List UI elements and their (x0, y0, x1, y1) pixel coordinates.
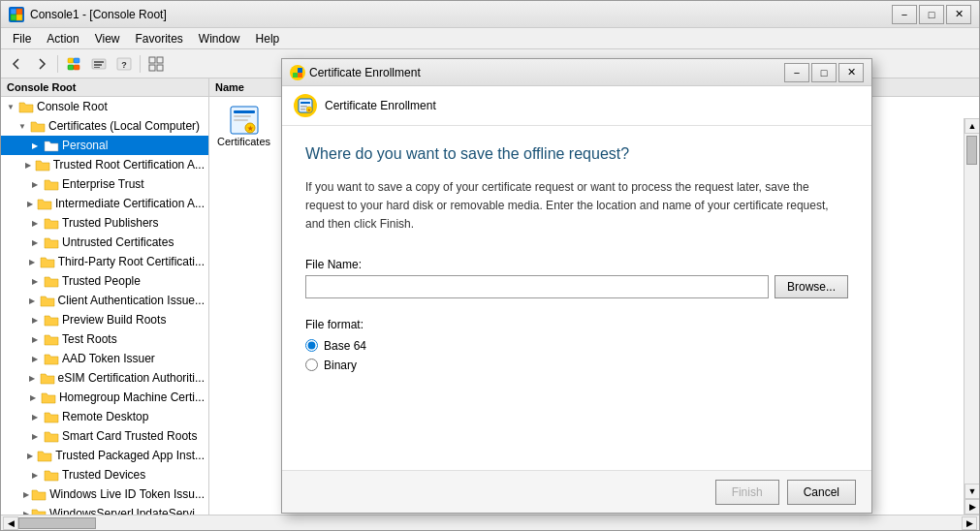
bottom-scrollbar: ◀ ▶ (1, 515, 979, 530)
radio-base64-input[interactable] (305, 339, 318, 352)
expand-arrow: ▼ (18, 122, 30, 131)
tree-item-remote-desktop[interactable]: ▶ Remote Desktop (1, 407, 208, 426)
right-scrollbar: ▲ ▼ ▶ (964, 118, 979, 515)
expand-arrow: ▶ (32, 355, 44, 363)
tree-item-homegroup[interactable]: ▶ Homegroup Machine Certi... (1, 388, 208, 407)
modal-minimize-button[interactable]: − (784, 63, 809, 82)
modal-nav-icon: ★ (294, 94, 317, 117)
folder-icon (44, 177, 59, 191)
svg-rect-24 (293, 68, 298, 73)
toolbar-help[interactable]: ? (112, 53, 136, 75)
scroll-thumb-h[interactable] (18, 517, 96, 529)
close-button[interactable]: ✕ (946, 5, 971, 24)
browse-button[interactable]: Browse... (775, 275, 848, 298)
tree-item-smart-card[interactable]: ▶ Smart Card Trusted Roots (1, 426, 208, 446)
modal-body: Where do you want to save the offline re… (282, 126, 871, 470)
tree-item-intermediate[interactable]: ▶ Intermediate Certification A... (1, 194, 208, 213)
tree-label: AAD Token Issuer (62, 352, 155, 365)
tree-item-personal[interactable]: ▶ Personal (1, 136, 208, 155)
expand-arrow: ▶ (32, 335, 44, 344)
scroll-track[interactable] (18, 516, 962, 530)
toolbar-down[interactable] (87, 53, 111, 75)
folder-icon (37, 197, 52, 210)
finish-button[interactable]: Finish (715, 480, 779, 505)
toolbar-grid[interactable] (144, 53, 168, 75)
expand-arrow: ▶ (32, 413, 44, 422)
folder-icon (31, 487, 47, 501)
tree-label: Trusted Root Certification A... (53, 158, 205, 172)
tree-label: Smart Card Trusted Roots (62, 429, 197, 443)
toolbar-sep-2 (140, 55, 141, 73)
menu-help[interactable]: Help (248, 30, 288, 47)
tree-panel: Console Root ▼ Console Root ▼ Certificat… (1, 78, 209, 515)
svg-rect-17 (157, 65, 163, 71)
tree-item-wsus[interactable]: ▶ WindowsServerUpdateServi... (1, 504, 208, 515)
expand-arrow: ▶ (32, 432, 44, 441)
tree-item-trusted-people[interactable]: ▶ Trusted People (1, 271, 208, 291)
tree-item-trusted-devices[interactable]: ▶ Trusted Devices (1, 465, 208, 484)
menu-favorites[interactable]: Favorites (128, 30, 191, 47)
menu-file[interactable]: File (5, 30, 39, 47)
tree-item-aad-token[interactable]: ▶ AAD Token Issuer (1, 349, 208, 368)
modal-maximize-button[interactable]: □ (811, 63, 837, 82)
file-name-row: Browse... (305, 275, 848, 298)
tree-item-preview-build[interactable]: ▶ Preview Build Roots (1, 310, 208, 329)
menu-view[interactable]: View (87, 30, 128, 47)
tree-item-trusted-root[interactable]: ▶ Trusted Root Certification A... (1, 155, 208, 174)
expand-arrow: ▶ (32, 180, 44, 189)
tree-label: Client Authentication Issue... (58, 294, 205, 307)
folder-icon (44, 332, 59, 346)
expand-arrow: ▶ (23, 490, 31, 499)
tree-item-client-auth[interactable]: ▶ Client Authentication Issue... (1, 291, 208, 310)
tree-item-enterprise-trust[interactable]: ▶ Enterprise Trust (1, 174, 208, 194)
toolbar-back[interactable] (5, 53, 28, 75)
maximize-button[interactable]: □ (919, 5, 944, 24)
tree-item-console-root[interactable]: ▼ Console Root (1, 97, 208, 116)
expand-arrow: ▶ (32, 141, 44, 150)
cancel-button[interactable]: Cancel (787, 480, 856, 505)
menu-action[interactable]: Action (39, 30, 86, 47)
certificates-icon-item[interactable]: ★ Certificates (217, 105, 270, 147)
scroll-thumb[interactable] (966, 136, 977, 165)
folder-icon (44, 139, 59, 152)
tree-item-windows-live[interactable]: ▶ Windows Live ID Token Issu... (1, 484, 208, 504)
scroll-up-arrow[interactable]: ▲ (964, 118, 979, 134)
folder-icon (44, 216, 59, 230)
expand-arrow: ▶ (32, 238, 44, 247)
radio-binary-label[interactable]: Binary (324, 359, 357, 372)
tree-item-trusted-publishers[interactable]: ▶ Trusted Publishers (1, 213, 208, 233)
scroll-right-button[interactable]: ▶ (962, 516, 977, 530)
tree-item-esim[interactable]: ▶ eSIM Certification Authoriti... (1, 368, 208, 388)
tree-item-trusted-packaged[interactable]: ▶ Trusted Packaged App Inst... (1, 446, 208, 465)
expand-arrow: ▶ (27, 200, 37, 208)
radio-base64-label[interactable]: Base 64 (324, 339, 366, 353)
tree-label: Third-Party Root Certificati... (58, 255, 205, 268)
tree-label: Windows Live ID Token Issu... (49, 487, 205, 501)
tree-label: Untrusted Certificates (62, 235, 174, 249)
scroll-down-arrow[interactable]: ▼ (964, 484, 979, 499)
svg-rect-7 (74, 65, 79, 70)
file-name-input[interactable] (305, 275, 769, 298)
certificate-enrollment-dialog: Certificate Enrollment − □ ✕ ★ Certifica… (281, 58, 872, 514)
expand-arrow: ▶ (32, 219, 44, 228)
tree-item-test-roots[interactable]: ▶ Test Roots (1, 329, 208, 349)
svg-text:★: ★ (307, 108, 311, 112)
radio-binary-input[interactable] (305, 359, 318, 371)
modal-app-icon (290, 65, 305, 80)
modal-question: Where do you want to save the offline re… (305, 145, 848, 163)
modal-close-button[interactable]: ✕ (838, 63, 864, 82)
svg-rect-5 (74, 58, 79, 63)
minimize-button[interactable]: − (892, 5, 917, 24)
tree-item-untrusted[interactable]: ▶ Untrusted Certificates (1, 233, 208, 252)
tree-item-certificates[interactable]: ▼ Certificates (Local Computer) (1, 116, 208, 136)
expand-arrow: ▶ (32, 277, 44, 286)
toolbar-forward[interactable] (30, 53, 53, 75)
scroll-left-button[interactable]: ◀ (3, 516, 18, 530)
expand-arrow: ▶ (29, 374, 40, 383)
menu-window[interactable]: Window (191, 30, 248, 47)
tree-label: Trusted Packaged App Inst... (55, 449, 205, 462)
svg-rect-4 (68, 58, 74, 63)
tree-item-third-party[interactable]: ▶ Third-Party Root Certificati... (1, 252, 208, 271)
toolbar-up[interactable] (62, 53, 85, 75)
right-header-name: Name (215, 81, 244, 93)
